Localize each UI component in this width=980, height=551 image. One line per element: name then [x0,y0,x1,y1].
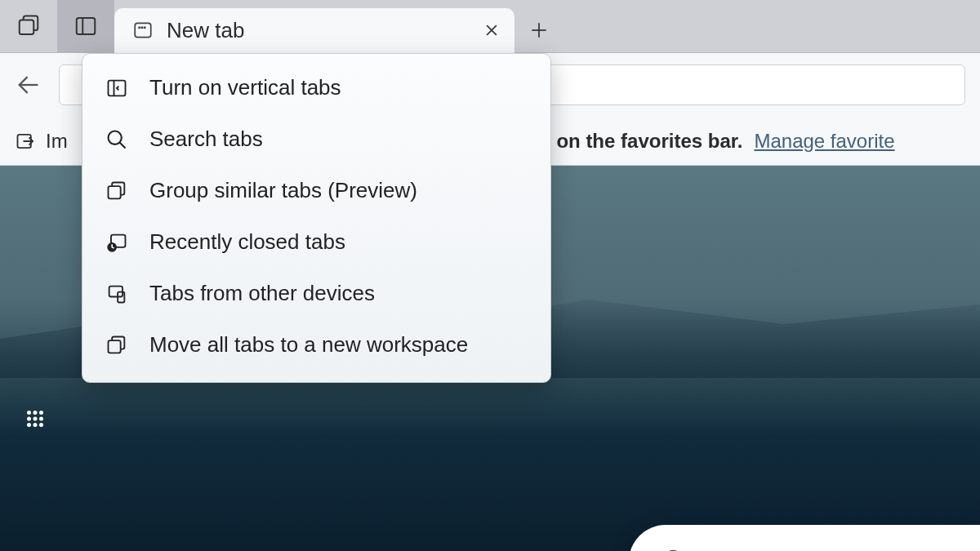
svg-point-4 [139,27,140,28]
search-icon [662,548,689,551]
menu-vertical-tabs[interactable]: Turn on vertical tabs [82,62,550,113]
svg-point-21 [39,423,43,427]
titlebar: New tab [0,0,980,53]
grid-icon [23,407,47,431]
back-button[interactable] [15,71,42,99]
workspace-icon [104,334,130,357]
customize-grip[interactable] [23,407,47,431]
import-favorites-label: Im [46,130,68,153]
svg-rect-28 [109,186,121,198]
tab-title: New tab [167,18,244,43]
svg-rect-0 [20,20,34,35]
svg-point-19 [27,423,31,427]
vertical-tabs-icon [104,77,130,100]
import-favorites-button[interactable]: Im [15,130,68,153]
menu-item-label: Recently closed tabs [149,229,345,255]
menu-other-devices[interactable]: Tabs from other devices [82,268,550,319]
svg-rect-3 [135,23,151,37]
tab-new-tab[interactable]: New tab [114,8,514,53]
menu-item-label: Search tabs [149,127,263,152]
tab-actions-button[interactable] [57,0,114,53]
menu-recently-closed[interactable]: Recently closed tabs [82,216,550,268]
search-box[interactable]: Search the web [629,525,980,551]
svg-point-26 [109,131,122,144]
workspaces-button[interactable] [0,0,57,53]
manage-favorites-link[interactable]: Manage favorite [754,130,894,153]
tab-actions-menu: Turn on vertical tabs Search tabs Group … [82,53,551,383]
workspaces-icon [16,14,41,38]
svg-point-20 [33,423,38,427]
history-icon [104,231,130,254]
devices-icon [104,282,130,305]
group-icon [104,180,130,202]
search-placeholder: Search the web [712,547,893,552]
menu-search-tabs[interactable]: Search tabs [82,113,550,165]
svg-point-17 [33,417,38,421]
svg-point-16 [27,417,31,421]
page-icon [132,20,154,41]
tab-strip: New tab [114,0,564,53]
tab-close-button[interactable] [483,22,500,38]
menu-item-label: Move all tabs to a new workspace [149,332,468,358]
svg-point-5 [141,27,142,28]
menu-item-label: Tabs from other devices [149,281,375,306]
menu-item-label: Turn on vertical tabs [149,75,341,100]
search-icon [104,128,130,151]
svg-point-14 [33,411,38,415]
svg-point-6 [145,27,145,28]
menu-group-tabs[interactable]: Group similar tabs (Preview) [82,165,550,216]
menu-item-label: Group similar tabs (Preview) [149,178,417,203]
svg-line-27 [120,142,126,148]
back-arrow-icon [15,71,42,99]
new-tab-button[interactable] [514,8,564,53]
import-icon [15,130,38,153]
svg-rect-33 [109,340,121,353]
svg-point-18 [39,417,43,421]
close-icon [483,22,500,38]
plus-icon [528,20,550,41]
svg-point-13 [27,411,31,415]
svg-rect-1 [77,18,96,34]
tab-actions-icon [74,14,98,38]
svg-point-15 [39,411,43,415]
menu-move-workspace[interactable]: Move all tabs to a new workspace [82,319,550,371]
